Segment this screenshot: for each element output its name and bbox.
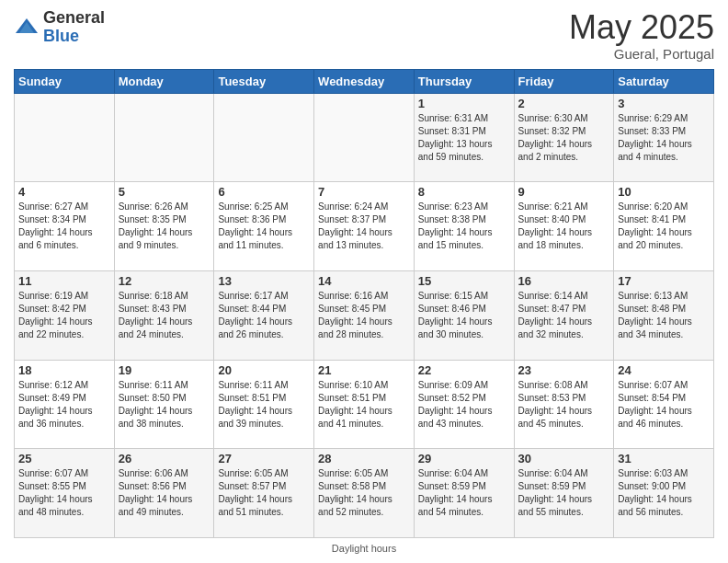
calendar-cell: 19Sunrise: 6:11 AM Sunset: 8:50 PM Dayli… [114,360,214,449]
day-info: Sunrise: 6:03 AM Sunset: 9:00 PM Dayligh… [618,467,710,519]
day-number: 25 [18,452,110,465]
day-info: Sunrise: 6:30 AM Sunset: 8:32 PM Dayligh… [518,112,610,164]
logo-general: General [43,9,105,28]
calendar-cell: 31Sunrise: 6:03 AM Sunset: 9:00 PM Dayli… [614,449,714,538]
week-row-2: 11Sunrise: 6:19 AM Sunset: 8:42 PM Dayli… [15,270,714,360]
calendar-table: SundayMondayTuesdayWednesdayThursdayFrid… [14,69,714,538]
calendar-cell: 22Sunrise: 6:09 AM Sunset: 8:52 PM Dayli… [414,360,514,449]
calendar-cell: 28Sunrise: 6:05 AM Sunset: 8:58 PM Dayli… [314,449,415,538]
day-number: 6 [218,185,310,199]
day-number: 10 [618,185,710,199]
day-info: Sunrise: 6:23 AM Sunset: 8:38 PM Dayligh… [418,201,510,252]
calendar-cell: 9Sunrise: 6:21 AM Sunset: 8:40 PM Daylig… [514,182,614,271]
day-info: Sunrise: 6:24 AM Sunset: 8:37 PM Dayligh… [318,201,410,252]
week-row-3: 18Sunrise: 6:12 AM Sunset: 8:49 PM Dayli… [15,360,714,449]
day-number: 7 [318,185,410,199]
day-info: Sunrise: 6:20 AM Sunset: 8:41 PM Dayligh… [618,201,710,252]
day-info: Sunrise: 6:16 AM Sunset: 8:45 PM Dayligh… [318,290,410,341]
calendar-cell: 5Sunrise: 6:26 AM Sunset: 8:35 PM Daylig… [114,182,214,271]
day-info: Sunrise: 6:15 AM Sunset: 8:46 PM Dayligh… [418,290,510,341]
calendar-cell: 20Sunrise: 6:11 AM Sunset: 8:51 PM Dayli… [214,360,314,449]
day-number: 2 [518,97,610,110]
day-header-tuesday: Tuesday [214,69,314,93]
header-row: SundayMondayTuesdayWednesdayThursdayFrid… [15,69,714,93]
day-number: 31 [618,452,710,465]
day-number: 21 [318,363,410,377]
day-number: 24 [618,363,710,377]
day-info: Sunrise: 6:05 AM Sunset: 8:57 PM Dayligh… [218,467,310,519]
calendar-header: SundayMondayTuesdayWednesdayThursdayFrid… [15,69,714,93]
day-info: Sunrise: 6:17 AM Sunset: 8:44 PM Dayligh… [218,290,310,341]
week-row-1: 4Sunrise: 6:27 AM Sunset: 8:34 PM Daylig… [15,182,714,271]
calendar-cell: 23Sunrise: 6:08 AM Sunset: 8:53 PM Dayli… [514,360,614,449]
calendar-cell: 6Sunrise: 6:25 AM Sunset: 8:36 PM Daylig… [214,182,314,271]
calendar-cell: 25Sunrise: 6:07 AM Sunset: 8:55 PM Dayli… [15,449,115,538]
day-number: 5 [119,185,210,199]
day-info: Sunrise: 6:04 AM Sunset: 8:59 PM Dayligh… [518,467,610,519]
calendar-body: 1Sunrise: 6:31 AM Sunset: 8:31 PM Daylig… [15,93,714,537]
day-header-saturday: Saturday [614,69,714,93]
footer: Daylight hours [14,543,714,554]
calendar-cell [15,93,115,182]
day-header-wednesday: Wednesday [314,69,415,93]
day-number: 19 [119,363,210,377]
calendar-cell: 17Sunrise: 6:13 AM Sunset: 8:48 PM Dayli… [614,270,714,360]
calendar-cell: 13Sunrise: 6:17 AM Sunset: 8:44 PM Dayli… [214,270,314,360]
day-number: 4 [18,185,110,199]
day-info: Sunrise: 6:06 AM Sunset: 8:56 PM Dayligh… [119,467,210,519]
calendar-cell: 15Sunrise: 6:15 AM Sunset: 8:46 PM Dayli… [414,270,514,360]
logo-text: General Blue [43,9,105,46]
day-number: 13 [218,274,310,288]
calendar-cell: 27Sunrise: 6:05 AM Sunset: 8:57 PM Dayli… [214,449,314,538]
day-number: 17 [618,274,710,288]
day-header-sunday: Sunday [15,69,115,93]
day-number: 29 [418,452,510,465]
title-block: May 2025 Gueral, Portugal [569,9,714,62]
day-number: 27 [218,452,310,465]
day-info: Sunrise: 6:13 AM Sunset: 8:48 PM Dayligh… [618,290,710,341]
day-info: Sunrise: 6:26 AM Sunset: 8:35 PM Dayligh… [119,201,210,252]
calendar-cell: 1Sunrise: 6:31 AM Sunset: 8:31 PM Daylig… [414,93,514,182]
day-info: Sunrise: 6:11 AM Sunset: 8:50 PM Dayligh… [119,379,210,431]
day-info: Sunrise: 6:07 AM Sunset: 8:54 PM Dayligh… [618,379,710,431]
calendar-cell: 7Sunrise: 6:24 AM Sunset: 8:37 PM Daylig… [314,182,415,271]
calendar-cell: 3Sunrise: 6:29 AM Sunset: 8:33 PM Daylig… [614,93,714,182]
calendar-cell [114,93,214,182]
day-number: 3 [618,97,710,110]
day-info: Sunrise: 6:21 AM Sunset: 8:40 PM Dayligh… [518,201,610,252]
week-row-4: 25Sunrise: 6:07 AM Sunset: 8:55 PM Dayli… [15,449,714,538]
day-info: Sunrise: 6:04 AM Sunset: 8:59 PM Dayligh… [418,467,510,519]
calendar-cell: 29Sunrise: 6:04 AM Sunset: 8:59 PM Dayli… [414,449,514,538]
calendar-cell: 11Sunrise: 6:19 AM Sunset: 8:42 PM Dayli… [15,270,115,360]
calendar-cell: 21Sunrise: 6:10 AM Sunset: 8:51 PM Dayli… [314,360,415,449]
day-number: 28 [318,452,410,465]
day-number: 15 [418,274,510,288]
day-info: Sunrise: 6:09 AM Sunset: 8:52 PM Dayligh… [418,379,510,431]
day-info: Sunrise: 6:08 AM Sunset: 8:53 PM Dayligh… [518,379,610,431]
day-number: 30 [518,452,610,465]
calendar-cell: 2Sunrise: 6:30 AM Sunset: 8:32 PM Daylig… [514,93,614,182]
day-number: 18 [18,363,110,377]
calendar-cell: 18Sunrise: 6:12 AM Sunset: 8:49 PM Dayli… [15,360,115,449]
day-info: Sunrise: 6:25 AM Sunset: 8:36 PM Dayligh… [218,201,310,252]
calendar-cell [314,93,415,182]
day-header-monday: Monday [114,69,214,93]
day-number: 16 [518,274,610,288]
day-info: Sunrise: 6:27 AM Sunset: 8:34 PM Dayligh… [18,201,110,252]
day-info: Sunrise: 6:29 AM Sunset: 8:33 PM Dayligh… [618,112,710,164]
calendar-cell: 26Sunrise: 6:06 AM Sunset: 8:56 PM Dayli… [114,449,214,538]
day-number: 14 [318,274,410,288]
week-row-0: 1Sunrise: 6:31 AM Sunset: 8:31 PM Daylig… [15,93,714,182]
day-info: Sunrise: 6:05 AM Sunset: 8:58 PM Dayligh… [318,467,410,519]
calendar-cell: 14Sunrise: 6:16 AM Sunset: 8:45 PM Dayli… [314,270,415,360]
calendar-cell: 24Sunrise: 6:07 AM Sunset: 8:54 PM Dayli… [614,360,714,449]
day-number: 12 [119,274,210,288]
day-header-thursday: Thursday [414,69,514,93]
calendar-cell: 4Sunrise: 6:27 AM Sunset: 8:34 PM Daylig… [15,182,115,271]
calendar-cell: 16Sunrise: 6:14 AM Sunset: 8:47 PM Dayli… [514,270,614,360]
day-info: Sunrise: 6:10 AM Sunset: 8:51 PM Dayligh… [318,379,410,431]
day-info: Sunrise: 6:07 AM Sunset: 8:55 PM Dayligh… [18,467,110,519]
calendar-cell: 30Sunrise: 6:04 AM Sunset: 8:59 PM Dayli… [514,449,614,538]
day-info: Sunrise: 6:12 AM Sunset: 8:49 PM Dayligh… [18,379,110,431]
day-info: Sunrise: 6:14 AM Sunset: 8:47 PM Dayligh… [518,290,610,341]
